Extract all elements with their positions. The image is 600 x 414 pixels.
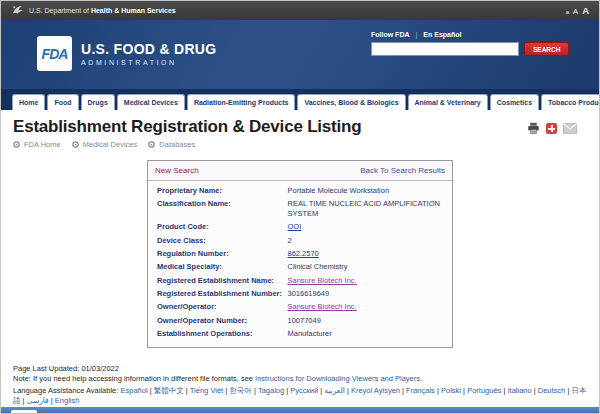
language-link[interactable]: Kreyòl Ayisyen xyxy=(351,386,406,395)
breadcrumb-databases[interactable]: Databases xyxy=(148,140,195,149)
primary-nav: Home Food Drugs Medical Devices Radiatio… xyxy=(1,89,599,110)
search-input[interactable] xyxy=(371,42,519,56)
nav-tab[interactable]: Food xyxy=(47,94,78,110)
language-assistance-line: Language Assistance Available: Español繁體… xyxy=(13,386,587,407)
new-search-link[interactable]: New Search xyxy=(155,166,199,175)
language-assistance-label: Language Assistance Available: xyxy=(13,386,118,395)
search-button[interactable]: SEARCH xyxy=(524,42,569,56)
device-class-value: 2 xyxy=(286,234,446,247)
org-name-line1: U.S. FOOD & DRUG xyxy=(81,41,216,57)
registered-establishment-name-link[interactable]: Sansure Biotech Inc. xyxy=(288,276,357,285)
fda-brand[interactable]: FDA U.S. FOOD & DRUG ADMINISTRATION xyxy=(37,36,216,71)
language-link[interactable]: Русский xyxy=(290,386,324,395)
classification-name-value: REAL TIME NUCLEIC ACID AMPLIFICATION SYS… xyxy=(286,197,446,220)
file-formats-note: Note: If you need help accessing informa… xyxy=(13,374,587,385)
language-link[interactable]: فارسی xyxy=(27,396,55,405)
en-espanol-link[interactable]: En Español xyxy=(423,31,461,38)
language-link[interactable]: Polski xyxy=(441,386,467,395)
breadcrumb: FDA Home Medical Devices Databases xyxy=(13,140,587,149)
product-code-link[interactable]: OOI xyxy=(288,222,302,231)
language-link[interactable]: العربية xyxy=(324,386,351,395)
breadcrumb-bullet-icon xyxy=(13,141,20,148)
language-link[interactable]: Tiếng Việt xyxy=(190,386,229,395)
language-link[interactable]: Deutsch xyxy=(538,386,572,395)
establishment-operations-value: Manufacturer xyxy=(286,327,446,340)
table-row: Regulation Number:862.2570 xyxy=(155,247,445,260)
table-row: Medical Specialty:Clinical Chemistry xyxy=(155,260,445,273)
nav-tab[interactable]: Radiation-Emitting Products xyxy=(187,94,296,110)
language-link[interactable]: Tagalog xyxy=(258,386,290,395)
font-size-large-button[interactable]: A xyxy=(582,5,589,16)
breadcrumb-bullet-icon xyxy=(72,141,79,148)
table-row: Device Class:2 xyxy=(155,234,445,247)
table-row: Classification Name:REAL TIME NUCLEIC AC… xyxy=(155,197,445,220)
owner-operator-number-value: 10077049 xyxy=(286,314,446,327)
back-to-search-results-link[interactable]: Back To Search Results xyxy=(360,166,445,175)
language-link[interactable]: Português xyxy=(467,386,507,395)
nav-tab[interactable]: Tobacco Products xyxy=(541,94,600,110)
language-link[interactable]: 한국어 xyxy=(229,386,258,395)
fda-header: FDA U.S. FOOD & DRUG ADMINISTRATION Foll… xyxy=(1,20,599,89)
hhs-department-label[interactable]: U.S. Department of Health & Human Servic… xyxy=(29,7,176,14)
nav-tab[interactable]: Vaccines, Blood & Biologics xyxy=(297,94,405,110)
device-detail-table: Proprietary Name:Portable Molecule Works… xyxy=(155,184,445,341)
font-size-controls: a A A xyxy=(566,5,589,16)
breadcrumb-medical-devices[interactable]: Medical Devices xyxy=(72,140,138,149)
print-icon[interactable] xyxy=(527,122,540,135)
breadcrumb-fda-home[interactable]: FDA Home xyxy=(13,140,61,149)
proprietary-name-value: Portable Molecule Workstation xyxy=(286,184,446,197)
regulation-number-link[interactable]: 862.2570 xyxy=(288,249,319,258)
registered-establishment-number-value: 3016619649 xyxy=(286,287,446,300)
table-row: Establishment Operations:Manufacturer xyxy=(155,327,445,340)
table-row: Proprietary Name:Portable Molecule Works… xyxy=(155,184,445,197)
breadcrumb-bullet-icon xyxy=(148,141,155,148)
hhs-top-bar: U.S. Department of Health & Human Servic… xyxy=(1,1,599,20)
follow-fda-link[interactable]: Follow FDA xyxy=(371,31,410,38)
page-title: Establishment Registration & Device List… xyxy=(13,117,587,137)
footer: FDA AccessibilityContact FDACareersFDA B… xyxy=(1,407,599,414)
language-link[interactable]: Español xyxy=(120,386,153,395)
device-detail-panel: New Search Back To Search Results Propri… xyxy=(147,160,453,348)
footer-fda-logo[interactable]: FDA xyxy=(11,410,37,414)
nav-tab[interactable]: Cosmetics xyxy=(490,94,539,110)
header-link-separator: | xyxy=(416,31,418,38)
table-row: Product Code:OOI xyxy=(155,220,445,233)
language-link[interactable]: Français xyxy=(406,386,441,395)
hhs-eagle-icon xyxy=(11,4,24,17)
nav-tab[interactable]: Animal & Veterinary xyxy=(408,94,488,110)
language-link[interactable]: Italiano xyxy=(507,386,537,395)
email-icon[interactable] xyxy=(563,123,577,134)
table-row: Owner/Operator Number:10077049 xyxy=(155,314,445,327)
nav-tab[interactable]: Drugs xyxy=(81,94,115,110)
medical-specialty-value: Clinical Chemistry xyxy=(286,260,446,273)
fda-window: U.S. Department of Health & Human Servic… xyxy=(0,0,600,414)
font-size-small-button[interactable]: a xyxy=(566,9,569,15)
nav-tab[interactable]: Home xyxy=(12,94,45,110)
page-last-updated: Page Last Updated: 01/03/2022 xyxy=(13,364,587,375)
table-row: Registered Establishment Number:30166196… xyxy=(155,287,445,300)
page-footer-notes: Page Last Updated: 01/03/2022 Note: If y… xyxy=(13,364,587,407)
org-name-line2: ADMINISTRATION xyxy=(81,59,216,66)
main-content: Establishment Registration & Device List… xyxy=(1,110,599,407)
viewers-players-link[interactable]: Instructions for Downloading Viewers and… xyxy=(255,374,420,383)
table-row: Owner/Operator:Sansure Biotech Inc. xyxy=(155,300,445,313)
owner-operator-link[interactable]: Sansure Biotech Inc. xyxy=(288,302,357,311)
fda-logo: FDA xyxy=(37,36,72,71)
language-link[interactable]: English xyxy=(55,396,80,405)
table-row: Registered Establishment Name:Sansure Bi… xyxy=(155,274,445,287)
language-link[interactable]: 繁體中文 xyxy=(154,386,190,395)
nav-tab[interactable]: Medical Devices xyxy=(117,94,185,110)
font-size-medium-button[interactable]: A xyxy=(573,7,578,16)
share-icon[interactable] xyxy=(546,123,557,134)
